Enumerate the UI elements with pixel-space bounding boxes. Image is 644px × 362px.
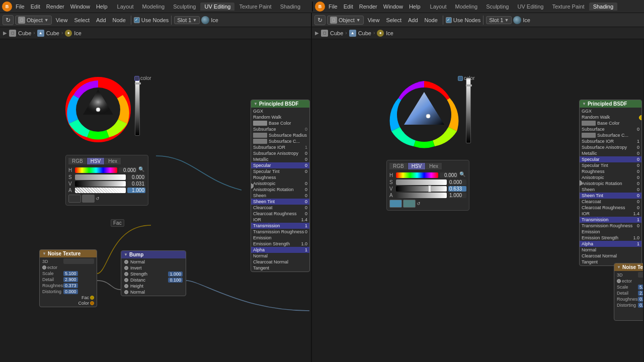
bc-cube2-label[interactable]: Cube	[46, 30, 59, 36]
node-btn-r[interactable]: Node	[422, 16, 440, 24]
roughness-value-left[interactable]: 0.373	[63, 283, 78, 288]
ws-tab-sculpting-r[interactable]: Sculpting	[482, 3, 513, 11]
material-label-r: Ice	[523, 17, 530, 23]
bc-sep1: ›	[33, 30, 35, 36]
bc-cube-label[interactable]: Cube	[18, 30, 31, 36]
select-btn[interactable]: Select	[71, 16, 92, 24]
ws-tab-layout-r[interactable]: Layout	[426, 3, 451, 11]
use-nodes-check[interactable]: ✓ Use Nodes	[134, 17, 169, 23]
menu-file[interactable]: File	[13, 3, 27, 11]
reset-color-btn[interactable]: ↺	[96, 196, 100, 201]
ws-tab-shading-r[interactable]: Shading	[589, 3, 617, 11]
menu-render[interactable]: Render	[44, 3, 67, 11]
noise-header-left[interactable]: ▼ Noise Texture	[40, 250, 97, 257]
ws-tab-texture-r[interactable]: Texture Paint	[548, 3, 588, 11]
noise-header-right[interactable]: ▼ Noise Texture	[614, 263, 643, 271]
menu-help-r[interactable]: Help	[407, 3, 423, 11]
slot-dropdown[interactable]: Slot 1 ▼	[174, 16, 200, 24]
add-btn[interactable]: Add	[94, 16, 109, 24]
color-input-right[interactable]: color	[458, 75, 523, 81]
s-value-r[interactable]: 0.000	[448, 179, 466, 185]
bc-ice-label[interactable]: Ice	[74, 30, 82, 36]
bc-ice-label-r[interactable]: Ice	[386, 30, 393, 36]
menu-render-r[interactable]: Render	[357, 3, 380, 11]
rotate-icon-r[interactable]: ↻	[314, 15, 326, 25]
menu-edit-r[interactable]: Edit	[341, 3, 356, 11]
view-btn[interactable]: View	[53, 16, 70, 24]
a-value[interactable]: 1.000	[127, 188, 145, 193]
ws-tab-sculpting[interactable]: Sculpting	[169, 3, 200, 11]
object-mode-btn[interactable]: ◻ Object ▼	[15, 16, 52, 25]
brightness-slider-right[interactable]	[466, 78, 471, 143]
s-value[interactable]: 0.000	[127, 174, 145, 180]
bc-cube2-label-r[interactable]: Cube	[358, 30, 371, 36]
color-wheel-container-right[interactable]	[386, 77, 462, 153]
eyedropper-icon-r[interactable]: 🔍	[459, 171, 466, 178]
hex-tab[interactable]: Hex	[105, 158, 121, 164]
rgb-tab-r[interactable]: RGB	[389, 163, 408, 169]
bc-arrow-right: ▶	[315, 30, 319, 36]
ws-tab-uv-editing[interactable]: UV Editing	[200, 3, 234, 11]
bc-cube-label-r[interactable]: Cube	[330, 30, 343, 36]
bc-sep2-r: ›	[373, 30, 375, 36]
brightness-slider[interactable]	[135, 78, 140, 136]
sphere-icon	[201, 16, 209, 24]
distort-value-left[interactable]: 0.000	[63, 289, 78, 294]
distanc-value-left[interactable]: 0.100	[168, 278, 183, 283]
select-btn-r[interactable]: Select	[383, 16, 404, 24]
rotate-icon[interactable]: ↻	[3, 15, 14, 25]
detail-value-left[interactable]: 2.900	[63, 277, 78, 282]
principled-header-left[interactable]: ▼ Principled BSDF	[251, 100, 309, 108]
h-value[interactable]: 0.000	[119, 167, 137, 173]
scale-value-right[interactable]: 5.100	[638, 285, 643, 290]
color-wheel-svg	[65, 77, 131, 142]
hsv-tab-r[interactable]: HSV	[408, 163, 426, 169]
color-wheel-container[interactable]	[65, 77, 131, 143]
menu-window[interactable]: Window	[68, 3, 93, 11]
use-nodes-label: Use Nodes	[141, 17, 169, 23]
color-swatch-new-r[interactable]	[403, 200, 416, 208]
bc-mesh-icon: ▲	[37, 30, 44, 37]
v-value-r[interactable]: 0.633	[448, 186, 466, 192]
hex-tab-r[interactable]: Hex	[426, 163, 442, 169]
color-input-left[interactable]: color	[134, 75, 192, 81]
distort-value-right[interactable]: 0.000	[638, 303, 643, 308]
ws-tab-uv-r[interactable]: UV Editing	[513, 3, 547, 11]
ws-tab-texture-paint[interactable]: Texture Paint	[235, 3, 275, 11]
color-swatch-new[interactable]	[82, 195, 95, 203]
scale-value-left[interactable]: 5.100	[63, 271, 78, 276]
strength-value-left[interactable]: 1.000	[168, 272, 183, 277]
h-value-r[interactable]: 0.000	[440, 172, 458, 178]
menu-help[interactable]: Help	[94, 3, 110, 11]
reset-color-btn-r[interactable]: ↺	[417, 201, 421, 206]
add-btn-r[interactable]: Add	[406, 16, 421, 24]
use-nodes-check-r[interactable]: ✓ Use Nodes	[446, 17, 480, 23]
hsv-tab[interactable]: HSV	[87, 158, 105, 164]
color-swatch-old-r[interactable]	[389, 200, 402, 208]
svg-point-8	[426, 114, 430, 118]
menu-window-r[interactable]: Window	[381, 3, 406, 11]
v-value[interactable]: 0.031	[127, 181, 145, 187]
detail-value-right[interactable]: 2.900	[638, 291, 643, 296]
ws-tab-modeling[interactable]: Modeling	[138, 3, 169, 11]
sphere-icon-r	[513, 16, 521, 24]
blender-logo[interactable]: B	[2, 2, 12, 12]
rgb-tab[interactable]: RGB	[68, 158, 87, 164]
color-swatch-old[interactable]	[68, 195, 81, 203]
noise-title-left: Noise Texture	[48, 251, 80, 256]
ws-tab-modeling-r[interactable]: Modeling	[451, 3, 482, 11]
eyedropper-icon[interactable]: 🔍	[138, 166, 145, 173]
slot-dropdown-r[interactable]: Slot 1 ▼	[486, 16, 512, 24]
principled-header-right[interactable]: ▼ Principled BSDF	[580, 100, 641, 108]
ws-tab-layout[interactable]: Layout	[113, 3, 138, 11]
roughness-value-right[interactable]: 0.373	[638, 297, 643, 302]
ws-tab-shading[interactable]: Shading	[276, 3, 304, 11]
a-value-r[interactable]: 1.000	[448, 193, 466, 198]
node-btn[interactable]: Node	[110, 16, 128, 24]
view-btn-r[interactable]: View	[365, 16, 382, 24]
bump-header-left[interactable]: ▼ Bump	[121, 251, 186, 258]
menu-file-r[interactable]: File	[326, 3, 340, 11]
principled-title-left: Principled BSDF	[259, 101, 298, 107]
menu-edit[interactable]: Edit	[28, 3, 43, 11]
object-mode-btn-r[interactable]: ◻ Object ▼	[327, 16, 364, 25]
